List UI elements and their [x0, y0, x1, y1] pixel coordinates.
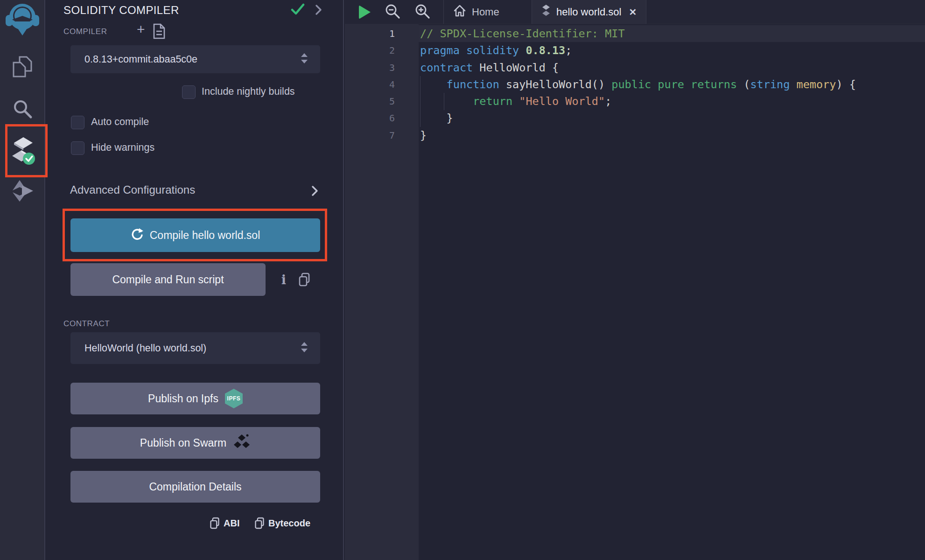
- editor-toolbar: [345, 0, 443, 24]
- editor-tabbar: Home hello world.sol ✕: [345, 0, 925, 24]
- copy-script-icon[interactable]: [298, 273, 310, 287]
- solidity-compiler-icon[interactable]: [0, 136, 44, 166]
- search-icon[interactable]: [0, 98, 44, 119]
- solidity-file-icon: [541, 4, 551, 20]
- panel-collapse-chevron-icon[interactable]: [315, 4, 322, 18]
- remix-ide-window: SOLIDITY COMPILER COMPILER + 0.8.13+comm…: [0, 0, 925, 560]
- remix-logo-icon[interactable]: [0, 2, 44, 38]
- compile-and-run-button[interactable]: Compile and Run script: [70, 263, 266, 296]
- tab-file-label: hello world.sol: [556, 6, 621, 18]
- editor-area: Home hello world.sol ✕ 1234567 // SPDX-L…: [345, 0, 925, 560]
- compiler-version-value: 0.8.13+commit.abaa5c0e: [84, 54, 301, 65]
- code-lines[interactable]: // SPDX-License-Identifier: MITpragma so…: [419, 24, 925, 560]
- publish-on-swarm-button[interactable]: Publish on Swarm: [70, 427, 320, 459]
- run-script-icon[interactable]: [359, 5, 371, 19]
- auto-compile-label: Auto compile: [91, 116, 149, 128]
- icon-sidebar: [0, 0, 45, 560]
- publish-ipfs-label: Publish on Ipfs: [148, 392, 218, 405]
- contract-select-value: HelloWorld (hello world.sol): [84, 343, 301, 354]
- refresh-icon: [131, 228, 143, 243]
- copy-icon: [210, 517, 220, 529]
- tab-home-label: Home: [472, 6, 499, 18]
- info-icon[interactable]: i: [278, 272, 290, 287]
- compiler-version-select[interactable]: 0.8.13+commit.abaa5c0e: [70, 45, 320, 73]
- include-nightly-builds-checkbox[interactable]: [182, 85, 196, 99]
- select-caret-icon: [301, 53, 308, 66]
- copy-abi[interactable]: ABI: [210, 517, 239, 529]
- compile-success-icon: [291, 3, 305, 18]
- hide-warnings-checkbox[interactable]: [71, 141, 84, 155]
- auto-compile-checkbox[interactable]: [71, 116, 84, 129]
- compilation-details-button[interactable]: Compilation Details: [70, 471, 320, 503]
- advanced-configurations-label[interactable]: Advanced Configurations: [70, 183, 195, 196]
- tab-home[interactable]: Home: [443, 0, 532, 24]
- gutter-line-numbers: 1234567: [345, 24, 419, 560]
- abi-label: ABI: [224, 518, 239, 529]
- swarm-icon: [233, 434, 251, 452]
- panel-title: SOLIDITY COMPILER: [63, 4, 179, 17]
- contract-section-label: CONTRACT: [63, 319, 110, 329]
- include-nightly-builds-label: Include nightly builds: [202, 86, 295, 98]
- contract-select[interactable]: HelloWorld (hello world.sol): [70, 332, 320, 364]
- zoom-in-icon[interactable]: [414, 3, 430, 21]
- compiler-section-label: COMPILER: [63, 27, 107, 36]
- copy-icon: [254, 517, 265, 529]
- add-compiler-icon[interactable]: +: [137, 22, 145, 36]
- bytecode-label: Bytecode: [268, 518, 310, 529]
- file-explorer-icon[interactable]: [0, 55, 44, 80]
- compile-button-label: Compile hello world.sol: [150, 229, 260, 242]
- tab-hello-world-sol[interactable]: hello world.sol ✕: [532, 0, 646, 24]
- publish-on-ipfs-button[interactable]: Publish on Ipfs IPFS: [70, 383, 320, 414]
- publish-swarm-label: Publish on Swarm: [140, 437, 226, 449]
- solidity-compiler-panel: SOLIDITY COMPILER COMPILER + 0.8.13+comm…: [46, 0, 344, 560]
- zoom-out-icon[interactable]: [385, 3, 400, 21]
- indent-guide: [444, 93, 444, 110]
- hide-warnings-label: Hide warnings: [91, 142, 154, 154]
- select-caret-icon: [301, 342, 308, 355]
- indent-guide: [420, 76, 420, 127]
- copy-bytecode[interactable]: Bytecode: [254, 517, 310, 529]
- advanced-configurations-chevron-icon[interactable]: [311, 185, 318, 199]
- compilation-details-label: Compilation Details: [149, 481, 241, 493]
- close-tab-icon[interactable]: ✕: [629, 7, 637, 18]
- ipfs-icon: IPFS: [225, 389, 243, 408]
- compiler-config-file-icon[interactable]: [153, 23, 166, 41]
- home-icon: [453, 4, 466, 20]
- compile-and-run-label: Compile and Run script: [112, 273, 224, 286]
- deploy-and-run-icon[interactable]: [0, 179, 44, 203]
- compile-button[interactable]: Compile hello world.sol: [70, 218, 320, 252]
